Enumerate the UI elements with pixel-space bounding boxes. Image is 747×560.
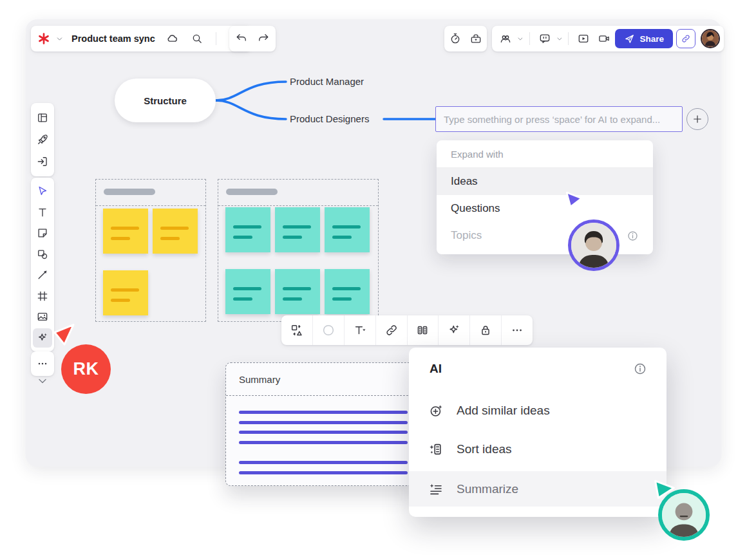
more-dots-icon (510, 323, 524, 337)
sticky-note[interactable] (325, 207, 370, 252)
cards-button[interactable] (407, 315, 439, 345)
mindmap-branch-product-manager[interactable]: Product Manager (290, 76, 364, 87)
chevron-down-icon[interactable] (55, 35, 64, 43)
send-icon (624, 33, 635, 44)
sidebar-tool-rocket[interactable] (33, 130, 52, 149)
sticky-note[interactable] (103, 270, 148, 315)
collaborator-cursor-purple (564, 189, 585, 209)
rocket-icon (36, 133, 49, 146)
sidebar-tool-text[interactable] (33, 203, 52, 222)
collaborator-avatar-teal (658, 489, 710, 541)
cloud-sync-button[interactable] (163, 29, 182, 48)
board-title[interactable]: Product team sync (69, 33, 158, 44)
chevron-down-icon[interactable] (556, 35, 563, 43)
color-picker-button[interactable] (312, 315, 344, 345)
share-button[interactable]: Share (615, 29, 673, 48)
summary-text-line (239, 441, 408, 444)
ai-menu-item-summarize[interactable]: Summarize (409, 471, 667, 507)
switch-type-button[interactable] (281, 315, 312, 345)
undo-button[interactable] (232, 29, 251, 48)
copy-link-button[interactable] (676, 29, 695, 48)
add-node-button[interactable] (686, 108, 708, 130)
avatar-photo (662, 493, 706, 537)
sticky-note[interactable] (325, 269, 370, 314)
mindmap-branch-product-designers[interactable]: Product Designers (290, 113, 369, 124)
sidebar-group-more (31, 351, 54, 376)
sidebar-group-main (31, 178, 54, 351)
add-similar-ideas-icon (428, 403, 444, 418)
lock-button[interactable] (469, 315, 501, 345)
sidebar-tool-image[interactable] (33, 307, 52, 326)
sidebar-tool-import[interactable] (33, 152, 52, 171)
undo-icon (235, 32, 248, 45)
ai-menu-item-add-similar-ideas[interactable]: Add similar ideas (409, 394, 667, 427)
sticky-note[interactable] (225, 207, 270, 252)
summary-frame[interactable]: Summary (225, 362, 419, 486)
text-style-button[interactable] (344, 315, 375, 345)
sticky-note[interactable] (103, 209, 148, 254)
miro-logo-icon[interactable] (37, 32, 50, 45)
more-actions-button[interactable] (501, 315, 533, 345)
expand-menu-item-topics[interactable]: Topics (437, 222, 653, 249)
cloud-icon (166, 32, 179, 45)
sidebar-tool-templates[interactable] (33, 108, 52, 127)
comments-button[interactable] (535, 29, 554, 48)
sidebar-collapse-button[interactable] (31, 375, 54, 387)
sticky-note[interactable] (275, 207, 320, 252)
chevron-down-icon[interactable] (516, 35, 524, 43)
sticky-note[interactable] (225, 269, 270, 314)
summary-text-line (239, 411, 408, 414)
sidebar-tool-frame[interactable] (33, 286, 52, 306)
search-icon (191, 32, 203, 45)
video-call-button[interactable] (594, 29, 614, 48)
timer-icon (449, 32, 462, 45)
sidebar-tool-select[interactable] (33, 182, 52, 201)
plus-icon (692, 113, 703, 125)
redo-button[interactable] (254, 29, 273, 48)
toolkit-icon (469, 32, 482, 45)
comments-icon (538, 32, 551, 45)
link-button[interactable] (375, 315, 407, 345)
page: Product team sync (0, 0, 747, 560)
expand-menu-item-ideas[interactable]: Ideas (437, 168, 653, 195)
divider (568, 32, 569, 45)
text-icon (36, 206, 49, 219)
ai-sparkle-icon (36, 331, 49, 344)
mindmap-root-node[interactable]: Structure (115, 79, 216, 122)
sticky-note[interactable] (275, 269, 320, 314)
summary-text-line (239, 421, 408, 424)
expand-menu-header: Expand with (437, 140, 653, 168)
search-button[interactable] (187, 29, 207, 48)
info-icon[interactable] (627, 230, 639, 242)
sidebar-tool-sticky-note[interactable] (33, 223, 52, 243)
ai-sparkle-icon (447, 323, 461, 337)
sidebar-group-top (31, 103, 54, 176)
ai-expand-input[interactable] (435, 106, 683, 132)
cards-icon (415, 323, 430, 337)
history-toolbar (229, 26, 276, 51)
expand-with-menu: Expand with Ideas Questions Topics (437, 140, 653, 254)
info-icon[interactable] (633, 362, 647, 376)
avatar-photo (702, 30, 719, 47)
sidebar-tool-shapes[interactable] (33, 245, 52, 264)
ai-actions-button[interactable] (438, 315, 469, 345)
text-style-icon (353, 323, 367, 337)
avatar-photo (571, 223, 616, 268)
ai-menu-item-sort-ideas[interactable]: Sort ideas (409, 433, 667, 466)
sidebar-more-button[interactable] (33, 354, 52, 373)
expand-menu-item-questions[interactable]: Questions (437, 195, 653, 222)
sticky-note[interactable] (153, 209, 198, 254)
session-toolbar (444, 26, 487, 51)
toolkit-button[interactable] (466, 29, 486, 48)
link-icon (681, 33, 691, 44)
lock-icon (478, 323, 493, 337)
ai-menu-title: AI (430, 362, 442, 376)
present-button[interactable] (574, 29, 593, 48)
user-avatar[interactable] (701, 29, 720, 48)
timer-button[interactable] (446, 29, 465, 48)
collaborators-button[interactable] (496, 29, 515, 48)
sticky-note-icon (36, 227, 49, 239)
present-icon (577, 32, 590, 45)
sidebar-tool-ai[interactable] (33, 328, 52, 348)
sidebar-tool-connector[interactable] (33, 265, 52, 285)
